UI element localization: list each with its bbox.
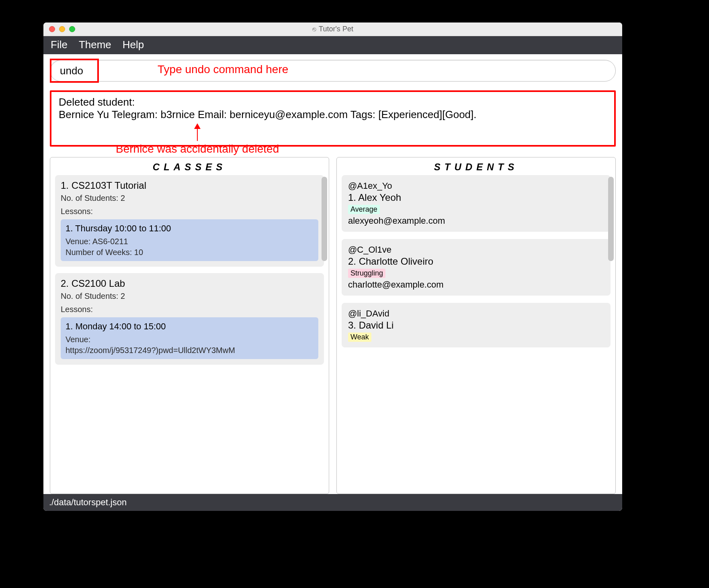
lesson-venue: Venue: AS6-0211 — [66, 237, 314, 246]
result-box: Deleted student: Bernice Yu Telegram: b3… — [50, 90, 616, 147]
student-tag: Average — [348, 205, 380, 214]
classes-title: CLASSES — [50, 157, 329, 175]
lesson-weeks: Number of Weeks: 10 — [66, 248, 314, 257]
class-card[interactable]: 2. CS2100 Lab No. of Students: 2 Lessons… — [55, 273, 324, 365]
student-handle: @C_Ol1ve — [348, 245, 604, 255]
window-title: Tutor's Pet — [319, 25, 353, 33]
student-name: 3. David Li — [348, 320, 604, 331]
app-icon: ⎋ — [312, 26, 316, 33]
menu-file[interactable]: File — [51, 39, 68, 51]
result-line-2: Bernice Yu Telegram: b3rnice Email: bern… — [59, 108, 607, 121]
statusbar: ./data/tutorspet.json — [43, 494, 622, 511]
student-name: 2. Charlotte Oliveiro — [348, 256, 604, 267]
class-students: No. of Students: 2 — [61, 292, 318, 301]
annotation-deleted-text: Bernice was accidentally deleted — [116, 143, 279, 155]
menu-help[interactable]: Help — [123, 39, 144, 51]
content-area: Type undo command here Deleted student: … — [43, 54, 622, 494]
student-handle: @li_DAvid — [348, 308, 604, 319]
student-card[interactable]: @li_DAvid 3. David Li Weak — [342, 303, 611, 347]
class-lessons-label: Lessons: — [61, 207, 318, 216]
students-panel: STUDENTS @A1ex_Yo 1. Alex Yeoh Average a… — [336, 157, 616, 494]
classes-panel: CLASSES 1. CS2103T Tutorial No. of Stude… — [50, 157, 329, 494]
command-row: Type undo command here — [50, 54, 616, 82]
class-title: 2. CS2100 Lab — [61, 278, 318, 289]
annotation-command: Type undo command here — [102, 63, 288, 76]
classes-scrollbar[interactable] — [322, 177, 327, 261]
classes-body[interactable]: 1. CS2103T Tutorial No. of Students: 2 L… — [50, 175, 329, 494]
student-card[interactable]: @C_Ol1ve 2. Charlotte Oliveiro Strugglin… — [342, 239, 611, 296]
panels: CLASSES 1. CS2103T Tutorial No. of Stude… — [50, 157, 616, 494]
lesson-title: 1. Thursday 10:00 to 11:00 — [66, 223, 314, 234]
class-title: 1. CS2103T Tutorial — [61, 180, 318, 191]
student-email: alexyeoh@example.com — [348, 216, 604, 226]
lesson-card[interactable]: 1. Monday 14:00 to 15:00 Venue: https://… — [61, 317, 318, 359]
student-email: charlotte@example.com — [348, 280, 604, 290]
lesson-title: 1. Monday 14:00 to 15:00 — [66, 321, 314, 332]
students-body[interactable]: @A1ex_Yo 1. Alex Yeoh Average alexyeoh@e… — [337, 175, 615, 494]
students-title: STUDENTS — [337, 157, 615, 175]
menu-theme[interactable]: Theme — [79, 39, 111, 51]
lesson-card[interactable]: 1. Thursday 10:00 to 11:00 Venue: AS6-02… — [61, 219, 318, 261]
student-card[interactable]: @A1ex_Yo 1. Alex Yeoh Average alexyeoh@e… — [342, 175, 611, 232]
student-name: 1. Alex Yeoh — [348, 192, 604, 203]
annotation-deleted: Bernice was accidentally deleted — [116, 123, 279, 155]
titlebar: ⎋ Tutor's Pet — [43, 22, 622, 36]
status-path: ./data/tutorspet.json — [49, 497, 127, 507]
result-line-1: Deleted student: — [59, 96, 607, 108]
class-card[interactable]: 1. CS2103T Tutorial No. of Students: 2 L… — [55, 175, 324, 267]
student-tag: Weak — [348, 333, 371, 342]
class-students: No. of Students: 2 — [61, 194, 318, 203]
menubar: File Theme Help — [43, 36, 622, 54]
student-tag: Struggling — [348, 269, 385, 278]
lesson-venue-label: Venue: — [66, 335, 314, 344]
class-lessons-label: Lessons: — [61, 305, 318, 314]
lesson-venue-url: https://zoom/j/95317249?)pwd=Ulld2tWY3Mw… — [66, 346, 314, 355]
students-scrollbar[interactable] — [608, 177, 614, 261]
annotation-command-text: Type undo command here — [158, 63, 288, 76]
app-window: ⎋ Tutor's Pet File Theme Help Type undo … — [43, 22, 622, 511]
student-handle: @A1ex_Yo — [348, 181, 604, 191]
